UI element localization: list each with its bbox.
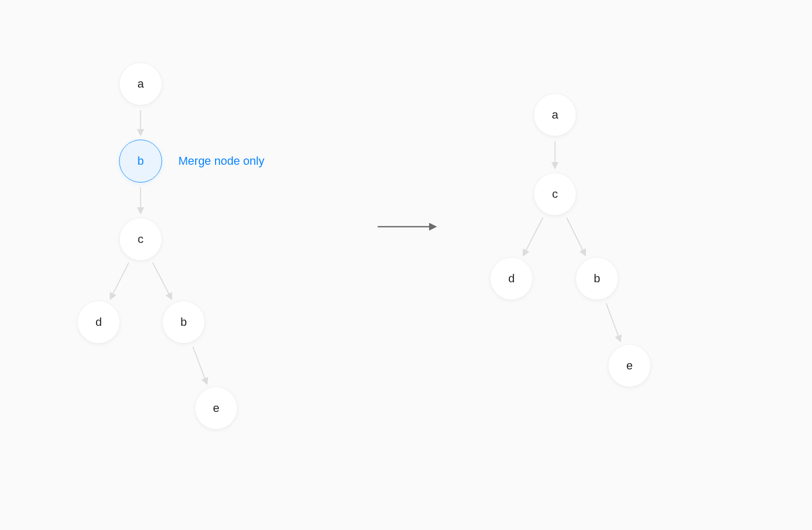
node-right-a: a [534,94,576,136]
node-label: b [594,272,600,285]
node-label: e [213,401,219,415]
node-right-d: d [490,258,532,300]
edge [567,218,585,255]
node-left-b: b [163,301,205,343]
node-right-e: e [608,345,650,387]
node-right-c: c [534,173,576,215]
node-left-b: b [119,140,162,183]
node-label: d [508,272,515,285]
node-label: e [626,359,633,373]
edge [111,263,129,299]
node-label: b [180,315,187,329]
edge [606,303,620,341]
edge [153,262,172,299]
node-label: a [552,108,558,122]
edge [523,217,543,255]
node-left-a: a [120,63,162,105]
merge-annotation: Merge node only [178,154,264,168]
node-label: a [137,77,144,91]
edge [193,347,207,384]
node-left-e: e [195,387,237,429]
node-left-d: d [78,301,120,343]
node-label: c [552,187,558,201]
node-label: b [137,154,144,168]
diagram-canvas: abcdbeacdbe Merge node only [0,0,812,530]
node-left-c: c [120,218,162,260]
node-label: d [95,315,102,329]
node-label: c [138,232,144,246]
node-right-b: b [576,258,618,300]
